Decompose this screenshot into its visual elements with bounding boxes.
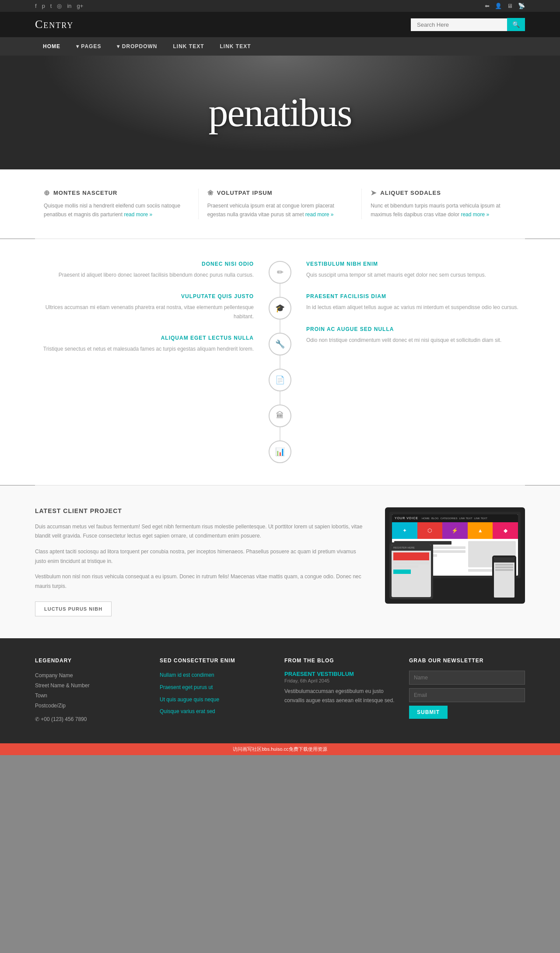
read-more-3[interactable]: read more » xyxy=(461,211,489,218)
header: Centry 🔍 xyxy=(0,12,560,37)
service-left-3: ALIQUAM EGET LECTUS NULLA Tristique sene… xyxy=(35,335,254,353)
facebook-icon[interactable]: f xyxy=(35,3,37,9)
nav-home[interactable]: HOME xyxy=(35,37,68,56)
tablet-content xyxy=(392,551,431,576)
social-icons: f p t ◎ in g+ xyxy=(35,3,83,9)
screen-nav-blog: BLOG xyxy=(431,517,439,520)
login-icon[interactable]: ⬅ xyxy=(485,3,490,9)
read-more-2[interactable]: read more » xyxy=(305,211,334,218)
watermark-bar: 访问画写社区bbs.huiso.cc免费下载使用资源 xyxy=(0,743,560,755)
service-title-left-3: ALIQUAM EGET LECTUS NULLA xyxy=(35,335,254,341)
center-line-5 xyxy=(280,427,280,440)
service-title-left-1: DONEC NISI ODIO xyxy=(35,261,254,267)
service-title-right-3: PROIN AC AUGUE SED NULLA xyxy=(306,326,525,332)
nav-pages[interactable]: ▾ PAGES xyxy=(68,37,109,56)
color-block-2: ⬡ xyxy=(417,522,443,539)
cb-icon-2: ⬡ xyxy=(427,527,432,534)
search-input[interactable] xyxy=(411,18,507,31)
main-nav: HOME ▾ PAGES ▾ DROPDOWN LINK TEXT LINK T… xyxy=(0,37,560,56)
newsletter-submit-button[interactable]: SUBMIT xyxy=(409,706,448,719)
pinterest-icon[interactable]: p xyxy=(42,3,45,9)
screen-icon[interactable]: 🖥 xyxy=(507,3,513,9)
center-icon-4: 📄 xyxy=(269,369,291,391)
nav-link-text-2[interactable]: LINK TEXT xyxy=(212,37,259,56)
center-icon-1: ✏ xyxy=(269,261,291,284)
tablet-top-bar: REGISTER HERE xyxy=(392,545,431,551)
newsletter-name-input[interactable] xyxy=(409,671,525,685)
footer-blog-date: Friday, 6th April 2045 xyxy=(284,678,400,683)
user-icon[interactable]: 👤 xyxy=(495,3,502,9)
services-left: DONEC NISI ODIO Praesent id aliquet libe… xyxy=(35,261,254,368)
phone-top-bar xyxy=(494,557,514,563)
feature-text-3: Nunc et bibendum turpis mauris porta veh… xyxy=(371,201,516,219)
site-logo: Centry xyxy=(35,18,74,31)
cb-icon-5: ◆ xyxy=(504,527,508,534)
color-block-1: ✦ xyxy=(392,522,417,539)
tablet-logo: REGISTER HERE xyxy=(393,546,415,549)
portfolio-para-1: Duis accumsan metus vel faubus fermentum… xyxy=(35,522,368,541)
service-title-left-2: VULPUTATE QUIS JUSTO xyxy=(35,293,254,299)
footer: LEGENDARY Company Name Street Name & Num… xyxy=(0,638,560,743)
service-left-1: DONEC NISI ODIO Praesent id aliquet libe… xyxy=(35,261,254,279)
newsletter-email-input[interactable] xyxy=(409,688,525,702)
device-tablet: REGISTER HERE xyxy=(389,542,433,599)
feature-2: ❀ VOLUTPAT IPSUM Praesent vehicula ipsum… xyxy=(199,189,362,219)
service-left-2: VULPUTATE QUIS JUSTO Ultrices accumsan m… xyxy=(35,293,254,321)
tablet-line-2 xyxy=(393,565,418,568)
nav-dropdown[interactable]: ▾ DROPDOWN xyxy=(109,37,165,56)
footer-blog-text: Vestibulumaccumsan egestibulum eu justo … xyxy=(284,687,400,705)
feature-icon-3: ➤ xyxy=(371,189,377,197)
color-block-3: ⚡ xyxy=(442,522,468,539)
service-text-right-3: Odio non tristique condimentum velit don… xyxy=(306,336,525,345)
feature-title-2: ❀ VOLUTPAT IPSUM xyxy=(207,189,353,197)
nav-link-text-1[interactable]: LINK TEXT xyxy=(165,37,212,56)
footer-link-2[interactable]: Praesent eget purus ut xyxy=(160,683,276,693)
feature-3: ➤ ALIQUET SODALES Nunc et bibendum turpi… xyxy=(362,189,525,219)
portfolio-para-3: Vestibulum non nisl non risus vehicula c… xyxy=(35,572,368,591)
dribbble-icon[interactable]: ◎ xyxy=(57,3,62,9)
top-bar: f p t ◎ in g+ ⬅ 👤 🖥 📡 xyxy=(0,0,560,12)
feature-title-3: ➤ ALIQUET SODALES xyxy=(371,189,516,197)
footer-col-newsletter: GRAB OUR NEWSLETTER SUBMIT xyxy=(409,658,525,724)
portfolio-title: LATEST CLIENT PROJECT xyxy=(35,507,368,514)
footer-link-4[interactable]: Quisque varius erat sed xyxy=(160,707,276,717)
service-right-2: PRAESENT FACILISIS DIAM In id lectus eti… xyxy=(306,293,525,312)
tablet-hero-bar xyxy=(393,552,429,560)
services-section: DONEC NISI ODIO Praesent id aliquet libe… xyxy=(0,239,560,485)
feature-1: ⊕ MONTES NASCETUR Quisque mollis nisl a … xyxy=(35,189,199,219)
footer-link-3[interactable]: Ut quis augue quis neque xyxy=(160,695,276,705)
screen-nav-cat: CATEGORIES xyxy=(441,517,458,520)
center-icon-6: 📊 xyxy=(269,440,291,463)
search-button[interactable]: 🔍 xyxy=(507,18,525,31)
center-line-3 xyxy=(280,355,280,369)
linkedin-icon[interactable]: in xyxy=(67,3,71,9)
service-text-right-1: Quis suscipit urna tempor sit amet mauri… xyxy=(306,271,525,279)
feature-icon-2: ❀ xyxy=(207,189,214,197)
cb-icon-3: ⚡ xyxy=(452,527,458,534)
twitter-icon[interactable]: t xyxy=(50,3,52,9)
footer-title-4: GRAB OUR NEWSLETTER xyxy=(409,658,525,664)
read-more-1[interactable]: read more » xyxy=(124,211,152,218)
rss-icon[interactable]: 📡 xyxy=(518,3,525,9)
center-icon-5: 🏛 xyxy=(269,404,291,427)
feature-text-2: Praesent vehicula ipsum erat at congue l… xyxy=(207,201,353,219)
footer-title-1: LEGENDARY xyxy=(35,658,151,664)
portfolio-button[interactable]: LUCTUS PURUS NIBH xyxy=(35,601,112,616)
phone-screen xyxy=(494,557,514,598)
feature-icon-1: ⊕ xyxy=(44,189,50,197)
hero-section: penatibus xyxy=(0,56,560,169)
device-phone xyxy=(492,556,516,599)
service-right-3: PROIN AC AUGUE SED NULLA Odio non tristi… xyxy=(306,326,525,345)
service-right-1: VESTIBULUM NIBH ENIM Quis suscipit urna … xyxy=(306,261,525,279)
service-text-left-2: Ultrices accumsan mi etiam venenatis pha… xyxy=(35,303,254,321)
phone-line-2 xyxy=(495,566,513,568)
google-plus-icon[interactable]: g+ xyxy=(77,3,84,9)
tablet-screen: REGISTER HERE xyxy=(392,545,431,597)
watermark-text: 访问画写社区bbs.huiso.cc免费下载使用资源 xyxy=(233,746,327,752)
portfolio-section: LATEST CLIENT PROJECT Duis accumsan metu… xyxy=(0,485,560,639)
cb-icon-4: ▲ xyxy=(478,527,483,534)
center-icon-3: 🔧 xyxy=(269,333,291,355)
color-block-4: ▲ xyxy=(468,522,493,539)
portfolio-mockup: YOUR VOICE HOME BLOG CATEGORIES LINK TEX… xyxy=(385,507,525,604)
footer-link-1[interactable]: Nullam id est condimen xyxy=(160,671,276,680)
